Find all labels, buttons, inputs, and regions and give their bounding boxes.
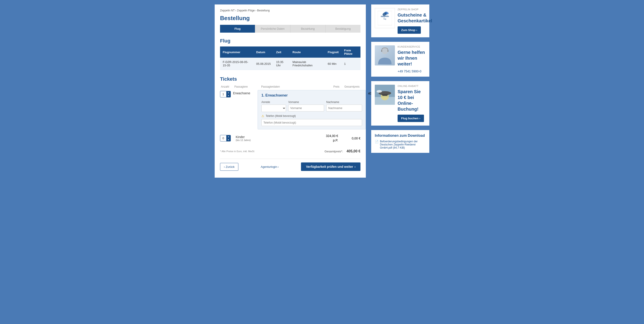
warning-text-telefon: Telefon (Mobil bevorzugt)	[266, 114, 296, 117]
col-header-route: Route	[290, 46, 325, 58]
col-header-flugnummer: Flugnummer	[220, 46, 254, 58]
table-row: F-DZR-2015-08-05-15-35 05.08.2015 15:35 …	[220, 58, 360, 70]
svg-text:flug: flug	[384, 18, 386, 20]
gesamtpreis-label: Gesamtpreis*:	[324, 150, 343, 153]
cell-datum: 05.08.2015	[254, 58, 274, 70]
svg-rect-7	[381, 50, 382, 52]
breadcrumb: Zeppelin NT › Zeppelin Flüge › Bestellun…	[220, 9, 360, 12]
svg-rect-8	[388, 50, 388, 52]
pdf-icon: 📄	[375, 140, 378, 143]
col-header-freie-plaetze: Freie Plätze	[342, 46, 360, 58]
shop-title: Gutscheine & Geschenkartikel	[398, 12, 432, 24]
svg-point-5	[384, 13, 386, 14]
kinder-sublabel: (bis 12 Jahre)	[236, 139, 262, 141]
cell-zeit: 15:35 Uhr	[274, 58, 290, 70]
kundenservice-category-label: KUNDENSERVICE	[398, 45, 426, 48]
cell-flugzeit: 60 Min	[325, 58, 342, 70]
qty-spinner-erwachsene[interactable]: 1 ▲ ▼	[220, 91, 231, 97]
sidebar-card-kundenservice: KUNDENSERVICE Gerne helfen wir Ihnen wei…	[371, 42, 429, 77]
warning-icon: ⚠	[262, 114, 264, 118]
kundenservice-image	[375, 45, 395, 65]
flight-table: Flugnummer Datum Zeit Route Flugzeit Fre…	[220, 46, 360, 70]
col-header-flugzeit: Flugzeit	[325, 46, 342, 58]
col-header-passagierdaten: Passagierdaten	[261, 85, 319, 88]
cell-route: Mainau/ab Friedrichshafen	[290, 58, 325, 70]
select-anrede[interactable]: Herr Frau	[262, 105, 286, 112]
download-title: Informationen zum Download	[375, 134, 426, 138]
kundenservice-title: Gerne helfen wir Ihnen weiter!	[398, 49, 426, 67]
download-section: Informationen zum Download 📄 Befoerderun…	[371, 130, 429, 153]
input-vorname[interactable]	[288, 105, 324, 111]
chevron-left-icon: ‹	[224, 165, 225, 168]
agent-login-link[interactable]: Agenturlogin ›	[261, 165, 278, 168]
shop-category-label: ZEPPELIN SHOP	[398, 8, 432, 11]
totals-note: * Alle Preise in Euro, inkl. MwSt	[220, 150, 254, 153]
back-button[interactable]: ‹ Zurück	[220, 163, 238, 171]
rabatt-btn[interactable]: Flug buchen ›	[398, 115, 424, 122]
kundenservice-phone: +49 7541 5900-0	[398, 69, 426, 73]
form-title-erwachsene: 1. Erwachsener	[262, 93, 362, 97]
tickets-section-heading: Tickets	[220, 76, 360, 82]
preis-kinder: 324,00 € p.P.	[318, 134, 338, 143]
bottom-bar: ‹ Zurück Agenturlogin › Verfügbarkeit pr…	[220, 159, 360, 171]
arrow-right-icon: ›	[354, 165, 356, 168]
tickets-column-headers: Anzahl Passagiere Passagierdaten Preis G…	[220, 85, 360, 88]
rabatt-title: Sparen Sie 10 € bei Online-Buchung!	[398, 89, 426, 112]
page-title: Bestellung	[220, 15, 360, 22]
qty-up-kinder[interactable]: ▲	[226, 135, 230, 138]
input-telefon[interactable]	[262, 119, 362, 126]
download-link[interactable]: 📄 Befoerderungsbedingungen der Deutschen…	[375, 140, 426, 149]
passenger-form-erwachsene: 1. Erwachsener Anrede Herr Frau	[258, 90, 366, 129]
breadcrumb-link-zeppelin-fluege[interactable]: Zeppelin Flüge	[237, 9, 255, 12]
cell-flugnummer: F-DZR-2015-08-05-15-35	[220, 58, 254, 70]
cell-freie-plaetze: 1	[342, 58, 360, 70]
step-flug[interactable]: Flug	[220, 25, 255, 33]
step-bezahlung[interactable]: Bezahlung	[290, 25, 326, 33]
col-header-passagiere: Passagiere	[234, 85, 261, 88]
col-header-gesamtpreis: Gesamtpreis	[340, 85, 360, 88]
gesamtpreis-amount: 405,00 €	[346, 149, 360, 153]
rabatt-category-label: ONLINE-RABATT	[398, 85, 426, 87]
ticket-row-erwachsene: 1 ▲ ▼ Erwachsene 1. Erwachsener	[220, 90, 360, 129]
sidebar-card-rabatt: ONLINE-RABATT Sparen Sie 10 € bei Online…	[371, 81, 429, 126]
input-nachname[interactable]	[326, 105, 362, 111]
col-header-datum: Datum	[254, 46, 274, 58]
totals-row: * Alle Preise in Euro, inkl. MwSt Gesamt…	[220, 147, 360, 153]
qty-up-erwachsene[interactable]: ▲	[226, 91, 230, 94]
steps-bar: Flug Persönliche Daten Bezahlung Bestäti…	[220, 25, 360, 33]
submit-button[interactable]: Verfügbarkeit prüfen und weiter ›	[301, 162, 360, 171]
qty-value-kinder: 0	[220, 135, 226, 141]
step-bestaetigung[interactable]: Bestätigung	[326, 25, 360, 33]
label-nachname: Nachname	[326, 101, 362, 104]
label-anrede: Anrede	[262, 101, 286, 104]
shop-btn[interactable]: Zum Shop ›	[398, 26, 421, 34]
rabatt-image	[375, 85, 395, 105]
passagiere-label-kinder: Kinder	[236, 135, 262, 139]
chevron-right-icon: ›	[278, 165, 278, 168]
qty-value-erwachsene: 1	[220, 91, 226, 97]
svg-point-13	[376, 90, 382, 93]
breadcrumb-link-zeppelin-nt[interactable]: Zeppelin NT	[220, 9, 234, 12]
gesamtpreis-kinder: 0,00 €	[340, 137, 360, 140]
zeppelin-logo: zeppelin flug	[375, 8, 395, 28]
sidebar-card-shop: zeppelin flug ZEPPELIN SHOP Gutscheine &…	[371, 4, 429, 37]
col-header-anzahl: Anzahl	[221, 85, 234, 88]
shop-btn-arrow: ›	[416, 28, 417, 32]
qty-down-erwachsene[interactable]: ▼	[226, 94, 230, 97]
svg-point-6	[382, 48, 388, 54]
qty-spinner-kinder[interactable]: 0 ▲ ▼	[220, 135, 231, 141]
ticket-row-kinder: 0 ▲ ▼ Kinder (bis 12 Jahre)	[220, 134, 360, 143]
step-persoenliche-daten[interactable]: Persönliche Daten	[255, 25, 290, 33]
qty-down-kinder[interactable]: ▼	[226, 138, 230, 141]
passagiere-label-erwachsene: Erwachsene	[233, 91, 255, 95]
flight-section-heading: Flug	[220, 38, 360, 44]
sidebar: zeppelin flug ZEPPELIN SHOP Gutscheine &…	[371, 4, 429, 178]
rabatt-btn-arrow: ›	[419, 117, 420, 120]
breadcrumb-current: Bestellung	[257, 9, 270, 12]
col-header-preis: Preis	[319, 85, 340, 88]
col-header-zeit: Zeit	[274, 46, 290, 58]
label-vorname: Vorname	[288, 101, 324, 104]
